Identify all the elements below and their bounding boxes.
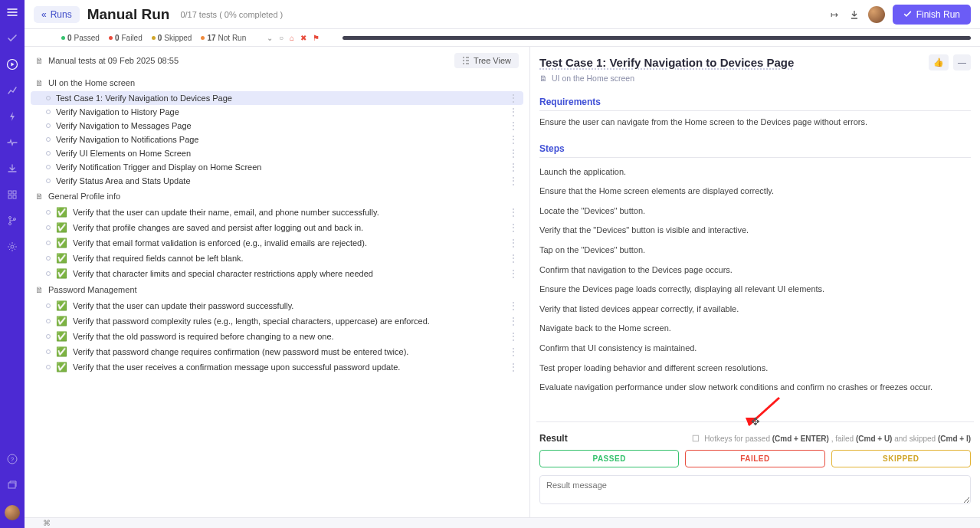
test-case-row[interactable]: Verify Notification Trigger and Display … — [31, 160, 523, 174]
test-case-label: Verify Navigation to Notifications Page — [56, 135, 503, 144]
test-case-row[interactable]: Verify UI Elements on Home Screen⋮ — [31, 146, 523, 160]
group-header[interactable]: 🗎General Profile info — [31, 188, 523, 205]
finish-label: Finish Run — [916, 9, 960, 20]
test-case-row[interactable]: ✅Verify that password change requires co… — [31, 344, 523, 359]
check-icon[interactable] — [6, 32, 18, 44]
test-case-row[interactable]: ✅Verify that email format validation is … — [31, 235, 523, 251]
hotkey-hint: Hotkeys for passed (Cmd + ENTER) , faile… — [704, 435, 971, 443]
requirements-heading: Requirements — [539, 92, 971, 111]
status-bullet — [46, 123, 51, 128]
stat-failed: 0Failed — [109, 34, 143, 42]
assignee-avatar[interactable] — [868, 6, 885, 23]
test-case-row[interactable]: Verify Navigation to Notifications Page⋮ — [31, 133, 523, 146]
test-tree: 🗎UI on the Home screenTest Case 1: Verif… — [25, 74, 529, 517]
test-case-row[interactable]: ✅Verify that character limits and specia… — [31, 266, 523, 281]
svg-rect-2 — [13, 191, 16, 194]
skip-forward-icon[interactable]: ↦ — [828, 8, 841, 21]
play-icon[interactable] — [6, 58, 18, 71]
help-icon[interactable]: ? — [6, 453, 18, 465]
step-text: Test proper loading behavior and differe… — [539, 359, 971, 379]
circle-icon[interactable]: ○ — [279, 34, 284, 42]
svg-rect-11 — [8, 483, 15, 488]
footer: ⌘ — [25, 517, 980, 528]
svg-rect-4 — [13, 195, 16, 198]
download-icon[interactable] — [848, 8, 860, 21]
back-to-runs-button[interactable]: « Runs — [34, 6, 80, 23]
resize-handle-icon[interactable]: ✥ — [751, 415, 760, 428]
skipped-button[interactable]: SKIPPED — [831, 450, 971, 467]
home-icon[interactable]: ⌂ — [290, 34, 294, 42]
back-label: Runs — [51, 9, 72, 20]
status-bullet — [46, 179, 51, 183]
step-text: Locate the "Devices" button. — [539, 202, 971, 221]
pulse-icon[interactable] — [6, 136, 18, 149]
status-bullet — [46, 96, 51, 100]
test-case-row[interactable]: Verify Status Area and Stats Update⋮ — [31, 174, 523, 188]
test-case-label: Verify that the user can update their pa… — [73, 301, 503, 310]
test-case-label: Verify that password complexity rules (e… — [73, 316, 503, 326]
status-bullet — [46, 241, 51, 245]
chart-icon[interactable] — [6, 84, 18, 97]
test-case-row[interactable]: ✅Verify that password complexity rules (… — [31, 313, 523, 329]
checkbox-checked-icon: ✅ — [56, 238, 67, 248]
test-case-label: Verify Status Area and Stats Update — [56, 176, 503, 185]
test-case-row[interactable]: Verify Navigation to Messages Page⋮ — [31, 119, 523, 133]
bolt-icon[interactable] — [6, 110, 18, 123]
folders-icon[interactable] — [6, 479, 18, 491]
branch-icon[interactable] — [6, 215, 18, 227]
test-case-row[interactable]: Test Case 1: Verify Navigation to Device… — [31, 91, 523, 105]
result-title: Result — [539, 433, 568, 444]
step-text: Confirm that navigation to the Devices p… — [539, 261, 971, 280]
header: « Runs Manual Run 0/17 tests ( 0% comple… — [25, 0, 980, 29]
test-case-row[interactable]: ✅Verify that the user receives a confirm… — [31, 359, 523, 375]
test-case-row[interactable]: ✅Verify that the user can update their p… — [31, 298, 523, 313]
test-case-label: Verify that profile changes are saved an… — [73, 223, 503, 232]
test-case-label: Verify Navigation to Messages Page — [56, 121, 503, 130]
test-case-row[interactable]: Verify Navigation to History Page⋮ — [31, 105, 523, 119]
status-bullet — [46, 225, 51, 230]
test-case-label: Verify that the old password is required… — [73, 332, 503, 341]
step-text: Ensure the Devices page loads correctly,… — [539, 280, 971, 300]
check-icon — [903, 10, 912, 18]
test-case-row[interactable]: ✅Verify that profile changes are saved a… — [31, 220, 523, 235]
bookmark-icon[interactable]: ✖ — [300, 34, 306, 42]
result-message-input[interactable] — [539, 475, 971, 504]
chevron-left-icon: « — [41, 9, 47, 20]
stat-passed: 0Passed — [61, 34, 100, 42]
test-case-label: Verify that email format validation is e… — [73, 238, 503, 248]
test-case-row[interactable]: ✅Verify that the old password is require… — [31, 329, 523, 344]
tree-view-button[interactable]: Tree View — [454, 53, 519, 68]
test-case-label: Verify Navigation to History Page — [56, 107, 503, 116]
gear-icon[interactable] — [6, 241, 18, 253]
svg-point-6 — [9, 223, 11, 225]
step-text: Verify that listed devices appear correc… — [539, 300, 971, 320]
menu-icon[interactable] — [6, 6, 18, 18]
group-header[interactable]: 🗎UI on the Home screen — [31, 74, 523, 91]
checkbox-checked-icon: ✅ — [56, 300, 67, 311]
user-avatar[interactable] — [5, 505, 20, 520]
grid-icon[interactable] — [6, 189, 18, 201]
status-bullet — [46, 334, 51, 339]
result-section: ✥ Result ☐ Hotkeys for passed (Cmd + ENT… — [536, 421, 974, 517]
test-case-label: Verify that the user can update their na… — [73, 208, 503, 217]
status-bullet — [46, 365, 51, 369]
flag-icon[interactable]: ⚑ — [313, 34, 320, 42]
finish-run-button[interactable]: Finish Run — [893, 5, 971, 25]
run-header: 🗎 Manual tests at 09 Feb 2025 08:55 Tree… — [25, 47, 529, 74]
checkbox-checked-icon: ✅ — [56, 268, 67, 279]
collapse-button[interactable]: — — [953, 54, 971, 71]
group-header[interactable]: 🗎Password Management — [31, 281, 523, 298]
checkbox-icon[interactable]: ☐ — [692, 434, 700, 444]
passed-button[interactable]: PASSED — [539, 450, 679, 467]
test-case-row[interactable]: ✅Verify that required fields cannot be l… — [31, 251, 523, 266]
test-case-row[interactable]: ✅Verify that the user can update their n… — [31, 205, 523, 220]
group-title: UI on the Home screen — [48, 78, 135, 87]
chevron-down-icon[interactable]: ⌄ — [267, 34, 273, 42]
status-toolbar: ⌄ ○ ⌂ ✖ ⚑ — [267, 34, 320, 42]
sidebar: ? — [0, 0, 25, 528]
status-bullet — [46, 319, 51, 323]
test-case-label: Verify that the user receives a confirma… — [73, 362, 503, 372]
failed-button[interactable]: FAILED — [685, 450, 824, 467]
thumbs-up-button[interactable]: 👍 — [929, 54, 949, 71]
import-icon[interactable] — [6, 162, 18, 175]
